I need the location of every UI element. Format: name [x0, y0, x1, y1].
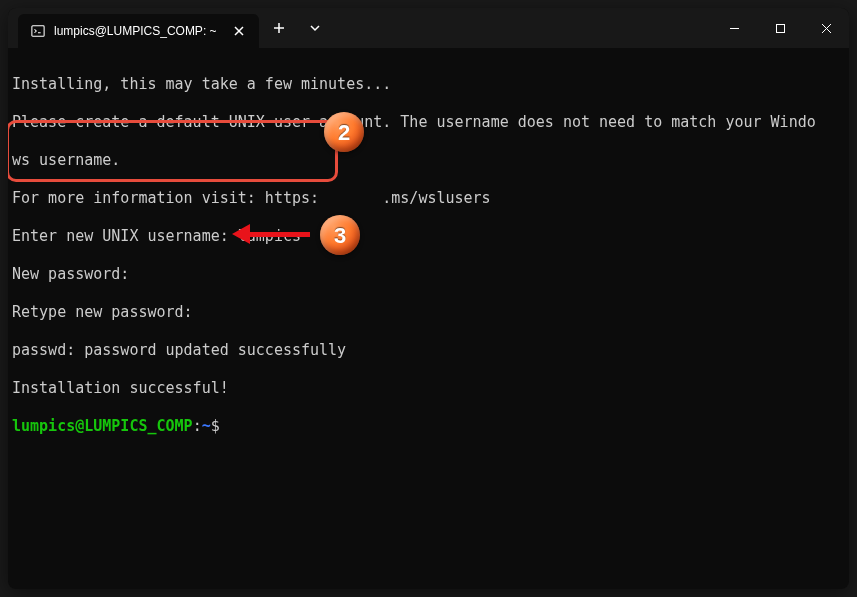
terminal-output[interactable]: Installing, this may take a few minutes.… — [8, 48, 849, 589]
svg-rect-0 — [32, 26, 44, 37]
prompt-user: lumpics@LUMPICS_COMP — [12, 417, 193, 435]
titlebar: lumpics@LUMPICS_COMP: ~ — [8, 8, 849, 48]
close-button[interactable] — [803, 8, 849, 48]
new-tab-button[interactable] — [263, 12, 295, 44]
annotation-marker-2: 2 — [324, 112, 364, 152]
term-line: passwd: password updated successfully — [12, 341, 845, 360]
tab-active[interactable]: lumpics@LUMPICS_COMP: ~ — [18, 14, 259, 48]
term-line: For more information visit: https: .ms/w… — [12, 189, 845, 208]
term-line: ws username. — [12, 151, 845, 170]
maximize-button[interactable] — [757, 8, 803, 48]
term-line: Installation successful! — [12, 379, 845, 398]
prompt-path: ~ — [202, 417, 211, 435]
terminal-window: lumpics@LUMPICS_COMP: ~ Installing, this… — [8, 8, 849, 589]
tab-close-button[interactable] — [231, 23, 247, 39]
terminal-icon — [30, 23, 46, 39]
window-controls — [711, 8, 849, 48]
tab-dropdown-button[interactable] — [299, 12, 331, 44]
tab-title: lumpics@LUMPICS_COMP: ~ — [54, 24, 217, 38]
term-line: Retype new password: — [12, 303, 845, 322]
term-line: Installing, this may take a few minutes.… — [12, 75, 845, 94]
svg-rect-1 — [776, 24, 784, 32]
term-line: Enter new UNIX username: lumpics — [12, 227, 845, 246]
term-line: New password: — [12, 265, 845, 284]
prompt-dollar: $ — [211, 417, 220, 435]
minimize-button[interactable] — [711, 8, 757, 48]
annotation-marker-3: 3 — [320, 215, 360, 255]
prompt-line: lumpics@LUMPICS_COMP:~$ — [12, 417, 845, 436]
annotation-arrow — [232, 224, 310, 244]
term-line: Please create a default UNIX user accoun… — [12, 113, 845, 132]
